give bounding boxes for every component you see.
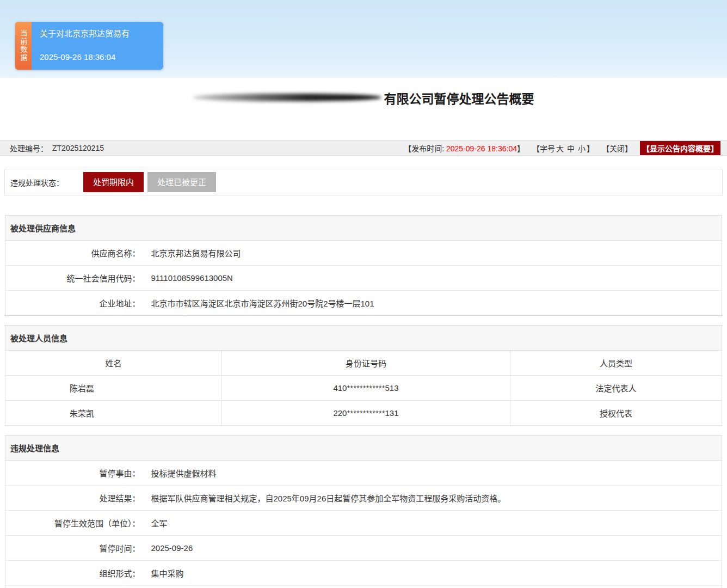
cell-person-name: 朱荣凯: [5, 401, 222, 426]
row-label-handling-department: 处理部门：: [5, 586, 146, 588]
status-button-corrected[interactable]: 处理已被更正: [147, 172, 216, 192]
row-value-suspension-reason: 投标提供虚假材料: [146, 461, 722, 486]
status-label: 违规处理状态：: [10, 177, 64, 188]
row-label-credit-code: 统一社会信用代码：: [5, 266, 146, 291]
tooltip-announcement-title: 关于对北京京邦达贸易有: [40, 29, 155, 39]
top-banner: 当前数据 关于对北京京邦达贸易有 2025-09-26 18:36:04: [0, 0, 727, 78]
table-row: 统一社会信用代码： 91110108599613005N: [5, 266, 722, 291]
page-title: 有限公司暂停处理公告概要: [384, 92, 534, 106]
font-size-large[interactable]: 大: [556, 143, 564, 154]
tooltip-body: 关于对北京京邦达贸易有 2025-09-26 18:36:04: [32, 22, 163, 70]
redaction-smear: [193, 94, 381, 101]
section-header-row: 违规处理信息: [5, 436, 722, 461]
supplier-section-title: 被处理供应商信息: [5, 216, 722, 241]
row-value-suspension-date: 2025-09-26: [146, 536, 722, 561]
column-header-row: 姓名 身份证号码 人员类型: [5, 351, 722, 376]
row-label-suspension-reason: 暂停事由：: [5, 461, 146, 486]
cell-person-name: 陈岩磊: [5, 376, 222, 401]
violation-info-table: 违规处理信息 暂停事由： 投标提供虚假材料 处理结果： 根据军队供应商管理相关规…: [5, 435, 722, 588]
info-bar: 处理编号： ZT2025120215 【发布时间: 2025-09-26 18:…: [0, 140, 727, 156]
column-header-name: 姓名: [5, 351, 222, 376]
row-label-suspension-date: 暂停时间：: [5, 536, 146, 561]
status-button-penalty-period[interactable]: 处罚期限内: [83, 172, 144, 192]
doc-number: 处理编号： ZT2025120215: [7, 143, 104, 154]
row-label-supplier-name: 供应商名称：: [5, 241, 146, 266]
title-row: 有限公司暂停处理公告概要: [0, 78, 727, 105]
font-size-control: 【字号大中小】: [532, 143, 594, 154]
personnel-info-table: 被处理人员信息 姓名 身份证号码 人员类型 陈岩磊 410***********…: [5, 325, 722, 426]
personnel-row: 陈岩磊 410************513 法定代表人: [5, 376, 722, 401]
column-header-id: 身份证号码: [222, 351, 510, 376]
row-value-handling-result: 根据军队供应商管理相关规定，自2025年09月26日起暂停其参加全军物资工程服务…: [146, 486, 722, 511]
table-row: 暂停时间： 2025-09-26: [5, 536, 722, 561]
info-bar-right: 【发布时间: 2025-09-26 18:36:04】 【字号大中小】 【关闭】…: [404, 141, 720, 155]
section-header-row: 被处理人员信息: [5, 326, 722, 351]
row-label-handling-result: 处理结果：: [5, 486, 146, 511]
row-value-organization-form: 集中采购: [146, 561, 722, 586]
font-size-suffix: 】: [587, 144, 594, 153]
publish-time-suffix: 】: [517, 144, 525, 153]
personnel-section-title: 被处理人员信息: [5, 326, 722, 351]
cell-person-id: 410************513: [222, 376, 510, 401]
row-label-effective-scope: 暂停生效范围（单位）：: [5, 511, 146, 536]
font-size-small[interactable]: 小: [578, 143, 586, 154]
table-row: 企业地址： 北京市市辖区海淀区北京市海淀区苏州街20号院2号楼一层101: [5, 291, 722, 316]
doc-number-value: ZT2025120215: [52, 144, 104, 152]
row-value-handling-department: 军委机关事务管理总局供应局: [146, 586, 722, 588]
personnel-row: 朱荣凯 220************131 授权代表: [5, 401, 722, 426]
publish-time-value: 2025-09-26 18:36:04: [446, 144, 517, 153]
show-summary-button[interactable]: 【显示公告内容概要】: [640, 141, 720, 155]
cell-person-type: 法定代表人: [510, 376, 722, 401]
section-header-row: 被处理供应商信息: [5, 216, 722, 241]
table-row: 组织形式： 集中采购: [5, 561, 722, 586]
tooltip-timestamp: 2025-09-26 18:36:04: [40, 52, 155, 63]
current-data-tab: 当前数据: [15, 22, 32, 70]
publish-time-prefix: 【发布时间:: [404, 144, 446, 153]
violation-section-title: 违规处理信息: [5, 436, 722, 461]
table-row: 暂停事由： 投标提供虚假材料: [5, 461, 722, 486]
table-row: 处理结果： 根据军队供应商管理相关规定，自2025年09月26日起暂停其参加全军…: [5, 486, 722, 511]
row-value-effective-scope: 全军: [146, 511, 722, 536]
close-button[interactable]: 【关闭】: [602, 143, 632, 154]
current-data-tooltip[interactable]: 当前数据 关于对北京京邦达贸易有 2025-09-26 18:36:04: [15, 22, 163, 70]
supplier-info-table: 被处理供应商信息 供应商名称： 北京京邦达贸易有限公司 统一社会信用代码： 91…: [5, 215, 722, 316]
cell-person-id: 220************131: [222, 401, 510, 426]
cell-person-type: 授权代表: [510, 401, 722, 426]
row-label-organization-form: 组织形式：: [5, 561, 146, 586]
row-value-company-address: 北京市市辖区海淀区北京市海淀区苏州街20号院2号楼一层101: [146, 291, 722, 316]
font-size-label: 【字号: [532, 144, 555, 153]
table-row: 供应商名称： 北京京邦达贸易有限公司: [5, 241, 722, 266]
font-size-medium[interactable]: 中: [567, 143, 575, 154]
publish-time: 【发布时间: 2025-09-26 18:36:04】: [404, 143, 525, 154]
row-label-company-address: 企业地址：: [5, 291, 146, 316]
table-row: 暂停生效范围（单位）： 全军: [5, 511, 722, 536]
doc-number-label: 处理编号：: [10, 143, 48, 154]
row-value-supplier-name: 北京京邦达贸易有限公司: [146, 241, 722, 266]
row-value-credit-code: 91110108599613005N: [146, 266, 722, 291]
table-row: 处理部门： 军委机关事务管理总局供应局: [5, 586, 722, 588]
column-header-type: 人员类型: [510, 351, 722, 376]
status-bar: 违规处理状态： 处罚期限内 处理已被更正: [4, 169, 723, 195]
